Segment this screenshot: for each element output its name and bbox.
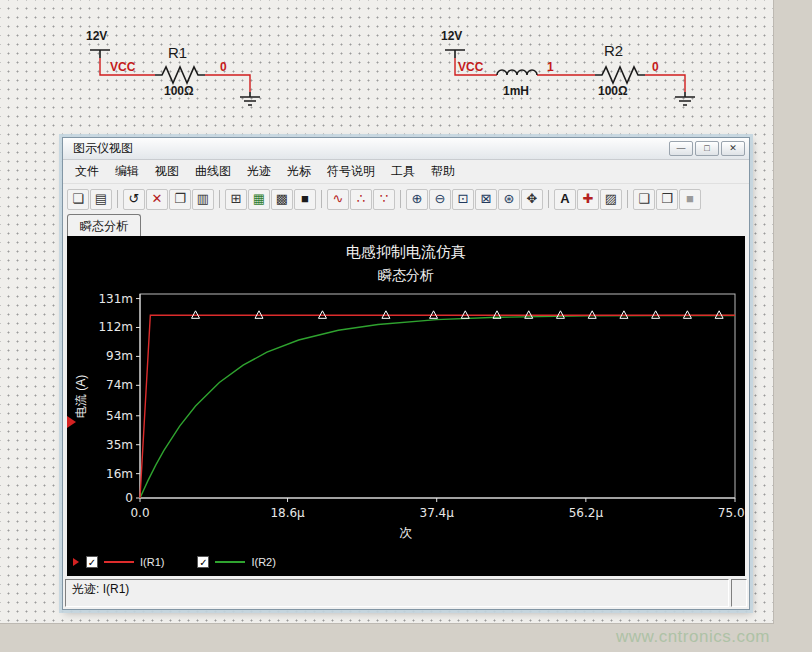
legend-item-ir2: I(R2) xyxy=(197,556,275,568)
zoom-in-icon[interactable]: ⊕ xyxy=(406,189,428,210)
svg-text:0.0: 0.0 xyxy=(130,506,149,520)
cursors-icon[interactable]: ✚ xyxy=(577,189,599,210)
legend-label-ir1: I(R1) xyxy=(140,556,164,568)
net-label-1[interactable]: 1 xyxy=(547,60,554,74)
tab-row: 瞬态分析 xyxy=(63,214,749,236)
trace-style-icon[interactable]: ■ xyxy=(294,189,316,210)
ground-symbol-right[interactable] xyxy=(675,92,695,105)
zoom-fit-icon[interactable]: ⊠ xyxy=(475,189,497,210)
selected-trace-arrow xyxy=(67,416,76,428)
svg-text:93m: 93m xyxy=(106,349,133,363)
toolbar-separator xyxy=(321,190,322,208)
pan-hand-icon[interactable]: ✥ xyxy=(521,189,543,210)
page-properties-icon[interactable]: ⊞ xyxy=(225,189,247,210)
overlay-traces-icon[interactable]: ∿ xyxy=(327,189,349,210)
value-label-r1[interactable]: 100Ω xyxy=(164,84,194,98)
multisim-workspace: 12V VCC R1 0 100Ω 12V VCC 1mH 1 R2 100Ω … xyxy=(0,0,812,652)
grapher-toolbar: ❏ ▤ ↺ ✕ ❐ ▥ ⊞ ▦ ▩ ■ ∿ ∴ ∵ ⊕ ⊖ ⊡ ⊠ ⊛ ✥ A … xyxy=(63,184,749,214)
ground-symbol-left[interactable] xyxy=(240,92,260,105)
show-legend-icon[interactable]: ▩ xyxy=(271,189,293,210)
copy-icon[interactable]: ❐ xyxy=(169,189,191,210)
restore-icon[interactable]: □ xyxy=(695,141,719,156)
svg-text:75.0µ: 75.0µ xyxy=(718,506,745,520)
paste-graph-icon[interactable]: ❒ xyxy=(656,189,678,210)
resistor-r1-symbol[interactable] xyxy=(155,67,205,83)
toolbar-separator xyxy=(400,190,401,208)
svg-text:112m: 112m xyxy=(98,320,133,334)
svg-text:56.2µ: 56.2µ xyxy=(569,506,604,520)
toolbar-separator xyxy=(548,190,549,208)
toolbar-separator xyxy=(627,190,628,208)
vcc-symbol-right[interactable] xyxy=(445,50,465,58)
ref-label-r2[interactable]: R2 xyxy=(604,42,623,59)
legend-selected-arrow-icon xyxy=(73,558,79,566)
net-label-0-left[interactable]: 0 xyxy=(220,60,227,74)
trace-checkbox-ir2[interactable] xyxy=(197,556,209,568)
value-label-inductor[interactable]: 1mH xyxy=(503,84,529,98)
ref-label-r1[interactable]: R1 xyxy=(168,44,187,61)
window-title: 图示仪视图 xyxy=(67,140,669,157)
svg-text:18.6µ: 18.6µ xyxy=(270,506,305,520)
grapher-window: 图示仪视图 — □ ✕ 文件 编辑 视图 曲线图 光迹 光标 符号说明 工具 帮… xyxy=(62,137,750,610)
minimize-icon[interactable]: — xyxy=(669,141,693,156)
menu-legend[interactable]: 符号说明 xyxy=(319,160,383,183)
source-value-right[interactable]: 12V xyxy=(441,29,462,43)
menu-file[interactable]: 文件 xyxy=(67,160,107,183)
status-text: 光迹: I(R1) xyxy=(65,579,729,607)
legend-label-ir2: I(R2) xyxy=(251,556,275,568)
svg-text:16m: 16m xyxy=(106,467,133,481)
svg-text:37.4µ: 37.4µ xyxy=(420,506,455,520)
menu-trace[interactable]: 光迹 xyxy=(239,160,279,183)
legend-swatch-ir2 xyxy=(215,561,245,563)
zoom-out-icon[interactable]: ⊖ xyxy=(429,189,451,210)
x-axis-label: 次 xyxy=(67,524,745,542)
menubar: 文件 编辑 视图 曲线图 光迹 光标 符号说明 工具 帮助 xyxy=(63,160,749,184)
inductor-symbol[interactable] xyxy=(497,70,537,75)
net-label-vcc-right[interactable]: VCC xyxy=(458,60,483,74)
vcc-symbol-left[interactable] xyxy=(90,50,110,58)
show-grid-icon[interactable]: ▦ xyxy=(248,189,270,210)
menu-help[interactable]: 帮助 xyxy=(423,160,463,183)
menu-tools[interactable]: 工具 xyxy=(383,160,423,183)
resistor-r2-symbol[interactable] xyxy=(595,67,645,83)
zoom-area-icon[interactable]: ⊡ xyxy=(452,189,474,210)
stop-icon[interactable]: ■ xyxy=(679,189,701,210)
net-label-vcc-left[interactable]: VCC xyxy=(110,60,135,74)
scatter-plot-icon[interactable]: ∴ xyxy=(350,189,372,210)
close-icon[interactable]: ✕ xyxy=(721,141,745,156)
net-label-0-right[interactable]: 0 xyxy=(652,60,659,74)
status-resize-cell xyxy=(731,579,747,607)
export-icon[interactable]: ▨ xyxy=(600,189,622,210)
scatter-plot-alt-icon[interactable]: ∵ xyxy=(373,189,395,210)
menu-graph[interactable]: 曲线图 xyxy=(187,160,239,183)
svg-text:54m: 54m xyxy=(106,409,133,423)
status-bar: 光迹: I(R1) xyxy=(63,576,749,609)
cut-icon[interactable]: ✕ xyxy=(146,189,168,210)
legend-swatch-ir1 xyxy=(104,561,134,563)
grapher-chart-panel[interactable]: 电感抑制电流仿真 瞬态分析 016m35m54m74m93m112m131m0.… xyxy=(67,236,745,576)
menu-cursor[interactable]: 光标 xyxy=(279,160,319,183)
trace-checkbox-ir1[interactable] xyxy=(86,556,98,568)
svg-text:35m: 35m xyxy=(106,438,133,452)
open-icon[interactable]: ❏ xyxy=(67,189,89,210)
svg-text:74m: 74m xyxy=(106,378,133,392)
legend-item-ir1: I(R1) xyxy=(86,556,164,568)
value-label-r2[interactable]: 100Ω xyxy=(598,84,628,98)
toolbar-separator xyxy=(219,190,220,208)
add-text-icon[interactable]: A xyxy=(554,189,576,210)
toolbar-separator xyxy=(117,190,118,208)
source-value-left[interactable]: 12V xyxy=(86,29,107,43)
chart-legend: I(R1) I(R2) xyxy=(73,556,276,568)
svg-text:131m: 131m xyxy=(98,292,133,306)
zoom-restore-icon[interactable]: ⊛ xyxy=(498,189,520,210)
menu-edit[interactable]: 编辑 xyxy=(107,160,147,183)
y-axis-label: 电流 (A) xyxy=(73,351,90,443)
watermark: www.cntronics.com xyxy=(616,627,770,647)
undo-icon[interactable]: ↺ xyxy=(123,189,145,210)
save-icon[interactable]: ▤ xyxy=(90,189,112,210)
menu-view[interactable]: 视图 xyxy=(147,160,187,183)
copy-graph-icon[interactable]: ❑ xyxy=(633,189,655,210)
paste-icon[interactable]: ▥ xyxy=(192,189,214,210)
svg-text:0: 0 xyxy=(125,491,133,505)
titlebar[interactable]: 图示仪视图 — □ ✕ xyxy=(63,138,749,160)
